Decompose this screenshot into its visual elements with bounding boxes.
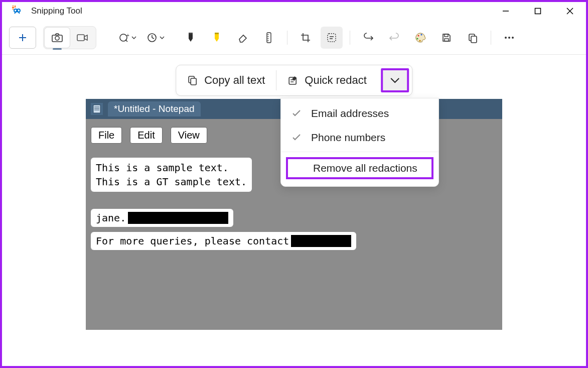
- ruler-tool-button[interactable]: [258, 27, 280, 49]
- paint-app-button[interactable]: [409, 27, 431, 49]
- copy-button[interactable]: [462, 27, 484, 49]
- svg-point-30: [420, 34, 422, 35]
- quick-redact-button[interactable]: Quick redact: [276, 65, 378, 95]
- shape-dropdown-button[interactable]: +: [115, 27, 139, 49]
- notepad-line: This is a GT sample text.: [96, 175, 247, 189]
- svg-point-11: [55, 36, 59, 40]
- svg-rect-20: [215, 33, 219, 34]
- check-icon: [292, 110, 302, 117]
- maximize-button[interactable]: [522, 0, 554, 22]
- undo-button[interactable]: [357, 27, 379, 49]
- notepad-line: This is a sample text.: [96, 161, 247, 175]
- svg-rect-26: [328, 34, 336, 42]
- notepad-menu-file: File: [91, 127, 122, 144]
- redact-option-phone[interactable]: Phone numbers: [281, 126, 438, 150]
- photo-mode-button[interactable]: [45, 28, 70, 48]
- check-icon: [292, 134, 302, 141]
- notepad-icon: [91, 103, 103, 115]
- delay-dropdown-button[interactable]: [143, 27, 168, 49]
- highlighter-tool-button[interactable]: [206, 27, 228, 49]
- svg-point-39: [512, 37, 514, 39]
- window-title: Snipping Tool: [31, 6, 82, 16]
- notepad-line-prefix: For more queries, please contact: [96, 235, 289, 247]
- notepad-line-prefix: jane.: [96, 212, 126, 224]
- svg-point-38: [508, 37, 510, 39]
- save-button[interactable]: [435, 27, 458, 49]
- notepad-text-block: This is a sample text. This is a GT samp…: [91, 158, 252, 192]
- new-snip-button[interactable]: [9, 27, 36, 49]
- chevron-down-icon: [390, 77, 400, 84]
- redo-button[interactable]: [383, 27, 405, 49]
- svg-rect-12: [77, 35, 84, 41]
- redaction-block: [291, 235, 351, 247]
- text-action-bar: Copy all text Quick redact: [176, 65, 412, 96]
- svg-point-31: [416, 38, 418, 39]
- remove-all-redactions-button[interactable]: Remove all redactions: [286, 157, 433, 179]
- svg-rect-36: [471, 36, 477, 43]
- close-button[interactable]: [554, 0, 586, 22]
- copy-all-text-button[interactable]: Copy all text: [176, 65, 276, 95]
- eraser-tool-button[interactable]: [232, 27, 254, 49]
- video-mode-button[interactable]: [70, 28, 95, 48]
- svg-rect-5: [535, 9, 541, 14]
- more-button[interactable]: [498, 27, 520, 49]
- svg-rect-19: [189, 33, 193, 34]
- svg-rect-45: [93, 105, 100, 113]
- svg-point-29: [417, 35, 419, 36]
- minimize-button[interactable]: [490, 0, 522, 22]
- toolbar: +: [0, 22, 588, 55]
- svg-point-37: [505, 37, 507, 39]
- notepad-menu-view: View: [171, 127, 207, 144]
- app-icon: [11, 5, 22, 18]
- svg-line-18: [152, 38, 154, 39]
- quick-redact-dropdown-toggle[interactable]: [381, 68, 409, 92]
- svg-point-32: [419, 40, 420, 41]
- svg-rect-21: [267, 33, 271, 43]
- svg-text:+: +: [126, 33, 129, 38]
- redact-option-email-label: Email addresses: [311, 107, 389, 119]
- remove-all-redactions-label: Remove all redactions: [313, 162, 417, 174]
- redaction-block: [128, 212, 228, 224]
- pen-tool-button[interactable]: [180, 27, 202, 49]
- text-actions-button[interactable]: [321, 27, 343, 49]
- notepad-redacted-row: For more queries, please contact: [91, 232, 356, 250]
- copy-all-text-label: Copy all text: [204, 74, 265, 87]
- content-area: Copy all text Quick redact Email address…: [0, 55, 588, 368]
- quick-redact-label: Quick redact: [305, 74, 367, 87]
- svg-rect-41: [191, 78, 196, 85]
- crop-tool-button[interactable]: [295, 27, 317, 49]
- titlebar: Snipping Tool: [0, 0, 588, 22]
- redact-dropdown: Email addresses Phone numbers Remove all…: [280, 98, 439, 187]
- redact-option-phone-label: Phone numbers: [311, 132, 385, 144]
- notepad-redacted-row: jane.: [91, 209, 233, 227]
- notepad-tab-title: *Untitled - Notepad: [108, 101, 201, 116]
- capture-mode-group: [43, 26, 96, 49]
- notepad-menu-edit: Edit: [130, 127, 162, 144]
- redact-option-email[interactable]: Email addresses: [281, 101, 438, 126]
